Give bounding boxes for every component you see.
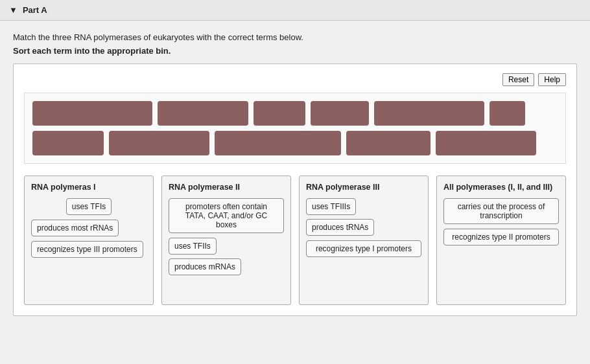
drag-row-1	[32, 101, 558, 126]
drag-chip[interactable]	[254, 101, 305, 126]
instructions-line2: Sort each term into the appropriate bin.	[13, 46, 577, 56]
drag-chip[interactable]	[32, 131, 104, 155]
bin-1-items: uses TFIs produces most rRNAs recognizes…	[31, 198, 147, 258]
drag-chip[interactable]	[32, 101, 152, 126]
bin-rna-pol-3: RNA polymerase III uses TFIIIs produces …	[299, 176, 429, 305]
draggable-area	[24, 93, 566, 164]
content-area: Match the three RNA polymerases of eukar…	[0, 21, 590, 323]
term-chip[interactable]: carries out the process of transcription	[443, 198, 559, 224]
bin-rna-pol-1: RNA polymeras I uses TFIs produces most …	[24, 176, 154, 305]
drag-row-2	[32, 131, 558, 155]
top-bar: Reset Help	[24, 73, 566, 86]
term-chip[interactable]: recognizes type III promoters	[31, 241, 143, 258]
reset-button[interactable]: Reset	[502, 73, 534, 86]
instructions-line1: Match the three RNA polymerases of eukar…	[13, 32, 577, 42]
drag-chip[interactable]	[490, 101, 525, 126]
drag-chip[interactable]	[215, 131, 341, 155]
term-chip[interactable]: uses TFIIs	[169, 238, 217, 255]
bin-rna-pol-2: RNA polymerase II promoters often contai…	[161, 176, 291, 305]
chevron-icon[interactable]: ▼	[9, 5, 18, 15]
term-chip[interactable]: produces most rRNAs	[31, 220, 119, 236]
bin-2-title: RNA polymerase II	[169, 183, 284, 192]
bin-3-items: uses TFIIIs produces tRNAs recognizes ty…	[306, 198, 421, 257]
bin-2-items: promoters often contain TATA, CAAT, and/…	[169, 198, 284, 275]
term-chip[interactable]: uses TFIIIs	[306, 198, 356, 215]
activity-box: Reset Help R	[13, 63, 577, 316]
drag-chip[interactable]	[158, 101, 248, 126]
drag-chip[interactable]	[436, 131, 536, 155]
drag-chip[interactable]	[109, 131, 209, 155]
drag-chip[interactable]	[311, 101, 369, 126]
bin-3-top-row: uses TFIIIs produces tRNAs	[306, 198, 421, 236]
bin-4-title: All polymerases (I, II, and III)	[443, 183, 559, 192]
part-label: Part A	[23, 5, 47, 15]
term-chip[interactable]: promoters often contain TATA, CAAT, and/…	[169, 198, 284, 233]
term-chip[interactable]: recognizes type I promoters	[306, 240, 421, 257]
drag-chip[interactable]	[346, 131, 431, 155]
bin-2-bottom-row: uses TFIIs produces mRNAs	[169, 238, 284, 275]
help-button[interactable]: Help	[538, 73, 566, 86]
bins-row: RNA polymeras I uses TFIs produces most …	[24, 176, 566, 305]
drag-chip[interactable]	[374, 101, 484, 126]
header-bar: ▼ Part A	[0, 0, 590, 21]
term-chip[interactable]: recognizes type II promoters	[443, 229, 559, 245]
bin-4-items: carries out the process of transcription…	[443, 198, 559, 245]
term-chip[interactable]: uses TFIs	[66, 198, 112, 215]
term-chip[interactable]: produces tRNAs	[306, 219, 374, 236]
bin-3-title: RNA polymerase III	[306, 183, 421, 192]
bin-1-title: RNA polymeras I	[31, 183, 147, 192]
term-chip[interactable]: produces mRNAs	[169, 258, 241, 275]
bin-all-pol: All polymerases (I, II, and III) carries…	[436, 176, 566, 305]
